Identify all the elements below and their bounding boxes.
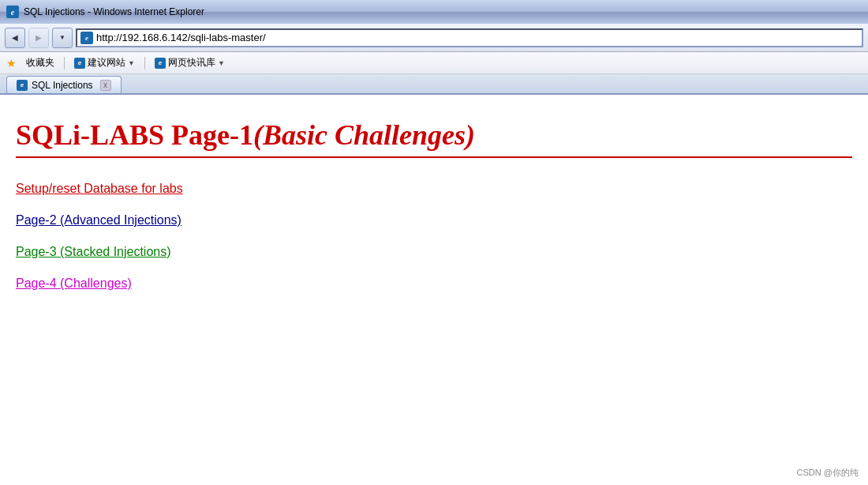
address-bar[interactable]: e: [76, 28, 863, 47]
watermark: CSDN @你的纯: [797, 467, 859, 479]
nav-bar: e: [0, 24, 868, 52]
tab-sql-injections[interactable]: e SQL Injections x: [6, 76, 122, 93]
fav-item-1-icon: e: [74, 58, 85, 69]
page-title-text1: SQLi-LABS Page-1: [16, 119, 253, 151]
favorites-bar: ★ 收藏夹 e 建议网站 ▼ e 网页快讯库 ▼: [0, 52, 868, 74]
tab-label: SQL Injections: [32, 80, 93, 91]
forward-button[interactable]: [28, 28, 49, 48]
favorites-star-icon: ★: [6, 57, 17, 70]
tab-close-button[interactable]: x: [100, 80, 111, 91]
address-input[interactable]: [96, 32, 859, 43]
browser-icon: e: [6, 6, 19, 18]
page2-link[interactable]: Page-2 (Advanced Injections): [16, 213, 852, 227]
fav-separator-2: [144, 57, 145, 70]
title-bar: e SQL Injections - Windows Internet Expl…: [0, 0, 868, 24]
nav-dropdown-button[interactable]: [52, 28, 73, 48]
fav-item-1[interactable]: e 建议网站 ▼: [71, 55, 138, 70]
address-icon: e: [80, 32, 93, 44]
main-content: SQLi-LABS Page-1(Basic Challenges) Setup…: [0, 95, 868, 485]
title-bar-text: SQL Injections - Windows Internet Explor…: [24, 6, 204, 17]
back-button[interactable]: [5, 28, 25, 48]
fav-item-1-label: 建议网站: [88, 56, 125, 70]
tab-bar: e SQL Injections x: [0, 74, 868, 95]
page3-link[interactable]: Page-3 (Stacked Injections): [16, 245, 852, 259]
page-title: SQLi-LABS Page-1(Basic Challenges): [16, 118, 852, 158]
fav-item-2-label: 网页快讯库: [168, 56, 215, 70]
fav-item-2-dropdown-icon: ▼: [218, 59, 225, 67]
favorites-label[interactable]: 收藏夹: [23, 55, 58, 70]
tab-icon: e: [17, 80, 28, 91]
setup-reset-link[interactable]: Setup/reset Database for labs: [16, 182, 852, 196]
fav-item-1-dropdown-icon: ▼: [128, 59, 135, 67]
fav-item-2[interactable]: e 网页快讯库 ▼: [152, 55, 228, 70]
page-title-text2: (Basic Challenges): [253, 119, 475, 151]
fav-item-2-icon: e: [155, 58, 166, 69]
fav-separator-1: [64, 57, 65, 70]
page4-link[interactable]: Page-4 (Challenges): [16, 276, 852, 291]
